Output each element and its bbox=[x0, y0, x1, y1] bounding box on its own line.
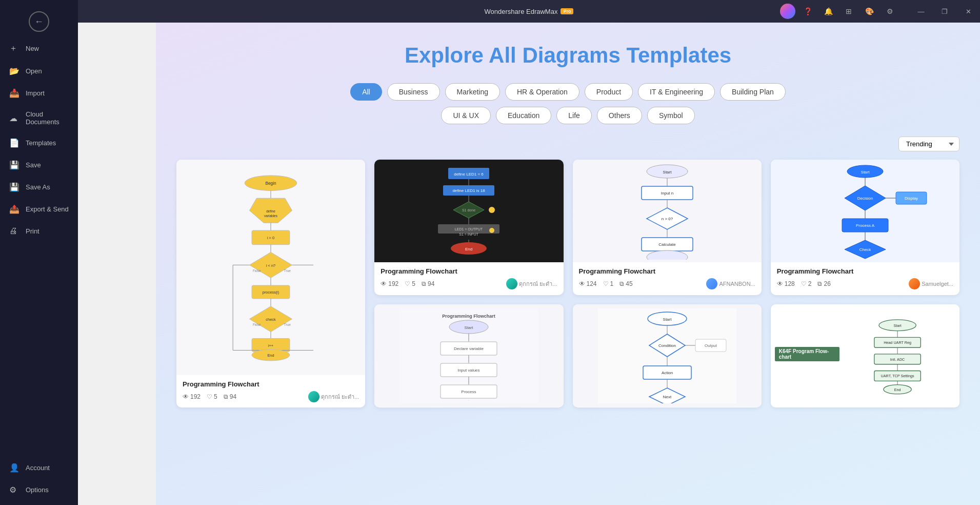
filter-all[interactable]: All bbox=[350, 83, 382, 101]
card-3-info: Programming Flowchart 👁 124 ♡ 1 ⧉ 45 AFN… bbox=[573, 262, 762, 295]
svg-text:UART, TCP Settings: UART, TCP Settings bbox=[881, 374, 914, 378]
card-k64f[interactable]: K64F Program Flow-chart Start Head UART … bbox=[771, 304, 959, 407]
filter-hr[interactable]: HR & Operation bbox=[505, 83, 579, 101]
svg-text:define LED1 = 6: define LED1 = 6 bbox=[454, 172, 484, 177]
card-1-meta: 👁 192 ♡ 5 ⧉ 94 ดุกกรณ์ ยะดำ... bbox=[183, 391, 359, 402]
filter-business[interactable]: Business bbox=[387, 83, 440, 101]
cards-grid: Begin define variables i = 0 i < n? True… bbox=[176, 160, 959, 407]
account-icon: 👤 bbox=[9, 463, 19, 473]
new-icon: ＋ bbox=[9, 43, 19, 54]
svg-text:Process A: Process A bbox=[856, 223, 875, 228]
svg-text:False: False bbox=[253, 269, 261, 273]
sidebar-item-saveas[interactable]: 💾 Save As bbox=[0, 176, 78, 198]
svg-text:i = 0: i = 0 bbox=[267, 236, 274, 240]
maximize-button[interactable]: ❐ bbox=[933, 0, 956, 23]
saveas-icon: 💾 bbox=[9, 182, 19, 192]
sidebar-import-label: Import bbox=[26, 89, 45, 97]
svg-point-48 bbox=[489, 228, 494, 233]
help-button[interactable]: ❓ bbox=[799, 3, 816, 20]
titlebar: Wondershare EdrawMax Pro ❓ 🔔 ⊞ 🎨 ⚙ — ❐ ✕ bbox=[78, 0, 980, 23]
card-4-author: Samuelget... bbox=[909, 278, 953, 289]
sidebar-item-new[interactable]: ＋ New bbox=[0, 37, 78, 60]
sidebar-options-label: Options bbox=[26, 486, 49, 494]
app-title-group: Wondershare EdrawMax Pro bbox=[485, 8, 574, 15]
svg-text:True: True bbox=[284, 323, 291, 326]
card-2-avatar bbox=[506, 278, 517, 289]
sidebar-item-account[interactable]: 👤 Account bbox=[0, 457, 78, 479]
filter-others[interactable]: Others bbox=[597, 107, 642, 124]
user-avatar[interactable] bbox=[780, 4, 795, 19]
card-3-views: 👁 124 bbox=[579, 280, 597, 287]
card-1[interactable]: Begin define variables i = 0 i < n? True… bbox=[176, 160, 365, 407]
sort-row: Trending Newest Most Liked Most Viewed bbox=[176, 137, 959, 151]
svg-text:End: End bbox=[894, 387, 901, 392]
filter-marketing[interactable]: Marketing bbox=[445, 83, 500, 101]
svg-text:S1 done: S1 done bbox=[462, 208, 475, 212]
svg-text:End: End bbox=[268, 353, 274, 358]
card-4[interactable]: Start Decision Process A Display Check P… bbox=[771, 160, 959, 295]
svg-text:Input values: Input values bbox=[458, 368, 480, 373]
sidebar-item-save[interactable]: 💾 Save bbox=[0, 154, 78, 176]
sidebar-item-export[interactable]: 📤 Export & Send bbox=[0, 198, 78, 220]
filter-symbol[interactable]: Symbol bbox=[647, 107, 695, 124]
svg-text:Action: Action bbox=[662, 371, 673, 375]
card-4-avatar bbox=[909, 278, 920, 289]
print-icon: 🖨 bbox=[9, 226, 19, 236]
svg-text:define: define bbox=[266, 209, 275, 213]
svg-text:Start: Start bbox=[893, 323, 901, 328]
svg-text:process(i): process(i) bbox=[263, 290, 279, 295]
templates-icon: 📄 bbox=[9, 138, 19, 148]
card-2[interactable]: define LED1 = 6 define LED1 is 18 S1 don… bbox=[374, 160, 563, 295]
sort-select[interactable]: Trending Newest Most Liked Most Viewed bbox=[898, 137, 959, 151]
save-icon: 💾 bbox=[9, 160, 19, 170]
svg-text:Head UART Reg: Head UART Reg bbox=[884, 340, 911, 344]
svg-text:n > 0?: n > 0? bbox=[661, 217, 673, 221]
sidebar-item-open[interactable]: 📂 Open bbox=[0, 60, 78, 82]
settings-button[interactable]: ⚙ bbox=[882, 3, 898, 20]
filter-it[interactable]: IT & Engineering bbox=[638, 83, 715, 101]
filter-row-1: All Business Marketing HR & Operation Pr… bbox=[176, 83, 959, 101]
svg-text:Input n: Input n bbox=[661, 191, 673, 196]
sidebar-item-cloud[interactable]: ☁ Cloud Documents bbox=[0, 104, 78, 132]
svg-text:check: check bbox=[266, 317, 276, 322]
card-2-copies: ⧉ 94 bbox=[422, 280, 434, 287]
svg-text:Check: Check bbox=[859, 247, 872, 252]
open-icon: 📂 bbox=[9, 66, 19, 76]
svg-text:Start: Start bbox=[465, 325, 474, 330]
card-5[interactable]: Programming Flowchart Start Declare vari… bbox=[374, 304, 563, 407]
svg-text:Init. ADC: Init. ADC bbox=[890, 357, 905, 361]
card-6[interactable]: Start Condition Action Next Output bbox=[573, 304, 762, 407]
sidebar-saveas-label: Save As bbox=[26, 183, 50, 191]
svg-text:True: True bbox=[284, 269, 291, 273]
svg-text:Output: Output bbox=[705, 343, 717, 348]
sidebar: ← ＋ New 📂 Open 📥 Import ☁ Cloud Document… bbox=[0, 0, 78, 505]
filter-life[interactable]: Life bbox=[556, 107, 592, 124]
filter-education[interactable]: Education bbox=[496, 107, 551, 124]
svg-text:i < n?: i < n? bbox=[266, 263, 275, 268]
card-2-title: Programming Flowchart bbox=[381, 267, 557, 275]
palette-button[interactable]: 🎨 bbox=[861, 3, 877, 20]
sidebar-item-print[interactable]: 🖨 Print bbox=[0, 220, 78, 242]
svg-text:False: False bbox=[253, 323, 261, 326]
svg-text:Condition: Condition bbox=[658, 343, 676, 348]
sidebar-item-import[interactable]: 📥 Import bbox=[0, 82, 78, 104]
card-3[interactable]: Start Input n n > 0? Calculate Programmi… bbox=[573, 160, 762, 295]
card-1-likes: ♡ 5 bbox=[207, 393, 217, 400]
app-title: Wondershare EdrawMax bbox=[485, 8, 558, 15]
filter-ui[interactable]: UI & UX bbox=[441, 107, 491, 124]
card-2-meta: 👁 192 ♡ 5 ⧉ 94 ดุกกรณ์ ยะดำ... bbox=[381, 278, 557, 289]
card-4-copies: ⧉ 26 bbox=[817, 280, 830, 287]
sidebar-item-templates[interactable]: 📄 Templates bbox=[0, 132, 78, 154]
svg-text:End: End bbox=[465, 247, 472, 251]
filter-product[interactable]: Product bbox=[585, 83, 633, 101]
apps-button[interactable]: ⊞ bbox=[841, 3, 857, 20]
minimize-button[interactable]: — bbox=[909, 0, 933, 23]
filter-building[interactable]: Building Plan bbox=[720, 83, 786, 101]
svg-text:define LED1 is 18: define LED1 is 18 bbox=[453, 188, 486, 193]
sidebar-item-options[interactable]: ⚙ Options bbox=[0, 479, 78, 501]
notifications-button[interactable]: 🔔 bbox=[820, 3, 836, 20]
export-icon: 📤 bbox=[9, 204, 19, 214]
close-button[interactable]: ✕ bbox=[956, 0, 980, 23]
back-button[interactable]: ← bbox=[0, 4, 78, 37]
card-1-title: Programming Flowchart bbox=[183, 380, 359, 388]
